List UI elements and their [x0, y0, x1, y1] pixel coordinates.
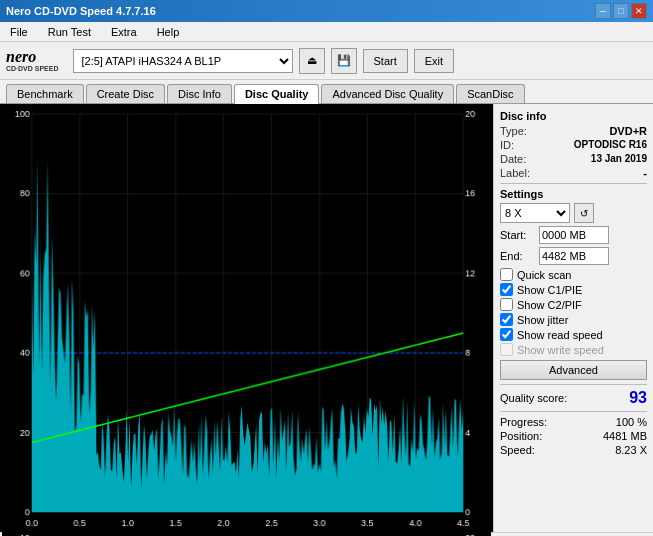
show-c1pie-label: Show C1/PIE [517, 284, 582, 296]
type-value: DVD+R [609, 125, 647, 137]
app-title: Nero CD-DVD Speed 4.7.7.16 [6, 5, 156, 17]
position-value: 4481 MB [603, 430, 647, 442]
quality-score-row: Quality score: 93 [500, 389, 647, 407]
position-label: Position: [500, 430, 542, 442]
save-icon-button[interactable]: 💾 [331, 48, 357, 74]
divider-2 [500, 384, 647, 385]
date-label: Date: [500, 153, 526, 165]
type-label: Type: [500, 125, 527, 137]
show-c2pif-row: Show C2/PIF [500, 298, 647, 311]
speed-label: Speed: [500, 444, 535, 456]
tab-create-disc[interactable]: Create Disc [86, 84, 165, 103]
maximize-button[interactable]: □ [613, 3, 629, 19]
menu-help[interactable]: Help [151, 24, 186, 40]
disc-label-row: Label: - [500, 167, 647, 179]
id-label: ID: [500, 139, 514, 151]
show-write-speed-label: Show write speed [517, 344, 604, 356]
progress-row: Progress: 100 % [500, 416, 647, 428]
start-input[interactable] [539, 226, 609, 244]
speed-row: 8 X 4 X Max ↺ [500, 203, 647, 223]
show-jitter-label: Show jitter [517, 314, 568, 326]
drive-select[interactable]: [2:5] ATAPI iHAS324 A BL1P [73, 49, 293, 73]
pi-failures-chart [2, 530, 491, 536]
start-button[interactable]: Start [363, 49, 408, 73]
close-button[interactable]: ✕ [631, 3, 647, 19]
progress-label: Progress: [500, 416, 547, 428]
quick-scan-label: Quick scan [517, 269, 571, 281]
show-c2pif-checkbox[interactable] [500, 298, 513, 311]
quick-scan-row: Quick scan [500, 268, 647, 281]
charts-area [0, 104, 493, 532]
show-write-speed-row: Show write speed [500, 343, 647, 356]
refresh-icon-button[interactable]: ↺ [574, 203, 594, 223]
disc-type-row: Type: DVD+R [500, 125, 647, 137]
end-label: End: [500, 250, 535, 262]
end-row: End: [500, 247, 647, 265]
show-jitter-checkbox[interactable] [500, 313, 513, 326]
toolbar: nero CD·DVD SPEED [2:5] ATAPI iHAS324 A … [0, 42, 653, 80]
speed-value-2: 8.23 X [615, 444, 647, 456]
show-c1pie-row: Show C1/PIE [500, 283, 647, 296]
settings-title: Settings [500, 188, 647, 200]
minimize-button[interactable]: ─ [595, 3, 611, 19]
show-read-speed-checkbox[interactable] [500, 328, 513, 341]
window-controls: ─ □ ✕ [595, 3, 647, 19]
right-panel: Disc info Type: DVD+R ID: OPTODISC R16 D… [493, 104, 653, 532]
nero-logo-sub: CD·DVD SPEED [6, 65, 59, 72]
quality-score-label: Quality score: [500, 392, 567, 404]
exit-button[interactable]: Exit [414, 49, 454, 73]
position-row: Position: 4481 MB [500, 430, 647, 442]
eject-icon-button[interactable]: ⏏ [299, 48, 325, 74]
menu-file[interactable]: File [4, 24, 34, 40]
divider-1 [500, 183, 647, 184]
nero-logo: nero CD·DVD SPEED [6, 49, 59, 72]
title-bar: Nero CD-DVD Speed 4.7.7.16 ─ □ ✕ [0, 0, 653, 22]
date-value: 13 Jan 2019 [591, 153, 647, 165]
show-write-speed-checkbox[interactable] [500, 343, 513, 356]
advanced-button[interactable]: Advanced [500, 360, 647, 380]
tab-disc-info[interactable]: Disc Info [167, 84, 232, 103]
nero-logo-text: nero [6, 49, 36, 65]
menu-bar: File Run Test Extra Help [0, 22, 653, 42]
tab-bar: Benchmark Create Disc Disc Info Disc Qua… [0, 80, 653, 104]
label-value: - [643, 167, 647, 179]
disc-info-title: Disc info [500, 110, 647, 122]
speed-select[interactable]: 8 X 4 X Max [500, 203, 570, 223]
show-read-speed-label: Show read speed [517, 329, 603, 341]
id-value: OPTODISC R16 [574, 139, 647, 151]
disc-id-row: ID: OPTODISC R16 [500, 139, 647, 151]
menu-extra[interactable]: Extra [105, 24, 143, 40]
disc-date-row: Date: 13 Jan 2019 [500, 153, 647, 165]
show-jitter-row: Show jitter [500, 313, 647, 326]
tab-benchmark[interactable]: Benchmark [6, 84, 84, 103]
quick-scan-checkbox[interactable] [500, 268, 513, 281]
progress-section: Progress: 100 % Position: 4481 MB Speed:… [500, 416, 647, 456]
tab-advanced-disc-quality[interactable]: Advanced Disc Quality [321, 84, 454, 103]
progress-value: 100 % [616, 416, 647, 428]
label-label: Label: [500, 167, 530, 179]
main-content: Disc info Type: DVD+R ID: OPTODISC R16 D… [0, 104, 653, 532]
divider-3 [500, 411, 647, 412]
end-input[interactable] [539, 247, 609, 265]
show-c1pie-checkbox[interactable] [500, 283, 513, 296]
tab-disc-quality[interactable]: Disc Quality [234, 84, 320, 104]
start-row: Start: [500, 226, 647, 244]
show-c2pif-label: Show C2/PIF [517, 299, 582, 311]
show-read-speed-row: Show read speed [500, 328, 647, 341]
tab-scan-disc[interactable]: ScanDisc [456, 84, 524, 103]
pi-errors-chart [2, 106, 491, 530]
speed-row-2: Speed: 8.23 X [500, 444, 647, 456]
quality-score-value: 93 [629, 389, 647, 407]
start-label: Start: [500, 229, 535, 241]
menu-run-test[interactable]: Run Test [42, 24, 97, 40]
